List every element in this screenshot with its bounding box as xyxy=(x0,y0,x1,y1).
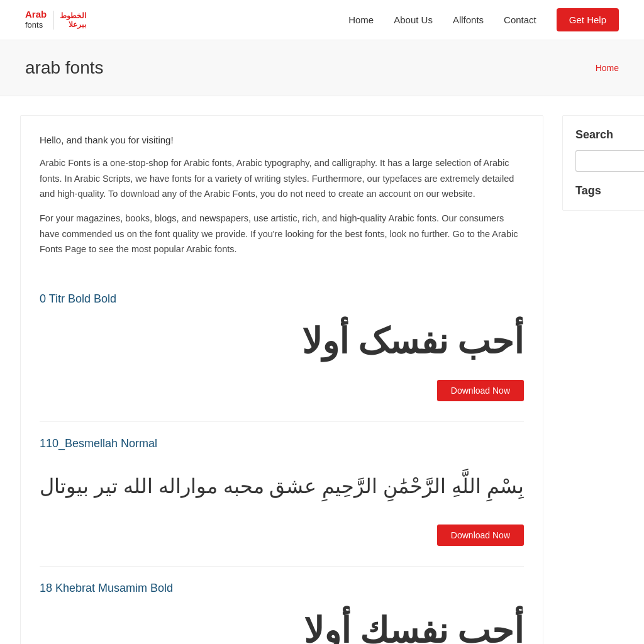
font-preview-1: أحب نفسک أولا xyxy=(40,317,524,367)
nav-about[interactable]: About Us xyxy=(394,14,433,25)
download-button-2[interactable]: Download Now xyxy=(437,525,524,546)
logo-arab: Arab xyxy=(25,9,47,20)
main-layout: Hello, and thank you for visiting! Arabi… xyxy=(8,115,636,644)
download-button-1[interactable]: Download Now xyxy=(437,380,524,401)
nav-home[interactable]: Home xyxy=(348,14,374,25)
page-header: arab fonts Home xyxy=(0,40,644,96)
download-row-2: Download Now xyxy=(40,525,524,546)
logo-divider xyxy=(53,11,53,30)
navbar: Arab fonts الخطوط بيرعلا Home About Us A… xyxy=(0,0,644,40)
search-widget-title: Search xyxy=(575,128,644,142)
tags-widget-title: Tags xyxy=(575,184,644,197)
font-preview-3: أحب نفسك أولا xyxy=(40,606,524,644)
get-help-button[interactable]: Get Help xyxy=(557,8,619,31)
breadcrumb-home[interactable]: Home xyxy=(596,63,619,73)
logo-arabic: الخطوط بيرعلا xyxy=(60,11,86,29)
download-row-1: Download Now xyxy=(40,380,524,401)
logo[interactable]: Arab fonts الخطوط بيرعلا xyxy=(25,9,86,30)
nav-contact[interactable]: Contact xyxy=(504,14,536,25)
intro-p1: Arabic Fonts is a one-stop-shop for Arab… xyxy=(40,155,524,202)
logo-fonts: fonts xyxy=(25,20,47,30)
search-row xyxy=(575,150,644,172)
font-entry-1: 0 Titr Bold Bold أحب نفسک أولا Download … xyxy=(40,277,524,401)
font-entry-3: 18 Khebrat Musamim Bold أحب نفسك أولا xyxy=(40,566,524,644)
page-title: arab fonts xyxy=(25,58,104,78)
search-widget: Search Tags xyxy=(562,115,644,211)
content-area: Hello, and thank you for visiting! Arabi… xyxy=(20,115,543,644)
search-input[interactable] xyxy=(575,150,644,172)
font-name-1: 0 Titr Bold Bold xyxy=(40,292,524,306)
nav-allfonts[interactable]: Allfonts xyxy=(453,14,484,25)
font-preview-2: بِسْمِ اللَّهِ الرَّحْمَٰنِ الرَّحِيمِ ع… xyxy=(40,462,524,512)
font-name-3: 18 Khebrat Musamim Bold xyxy=(40,582,524,595)
font-entry-2: 110_Besmellah Normal بِسْمِ اللَّهِ الرَ… xyxy=(40,421,524,546)
sidebar: Search Tags xyxy=(562,115,644,644)
intro-p2: For your magazines, books, blogs, and ne… xyxy=(40,211,524,257)
font-name-2: 110_Besmellah Normal xyxy=(40,437,524,450)
intro-hello: Hello, and thank you for visiting! xyxy=(40,135,524,145)
nav-links: Home About Us Allfonts Contact Get Help xyxy=(348,8,619,31)
